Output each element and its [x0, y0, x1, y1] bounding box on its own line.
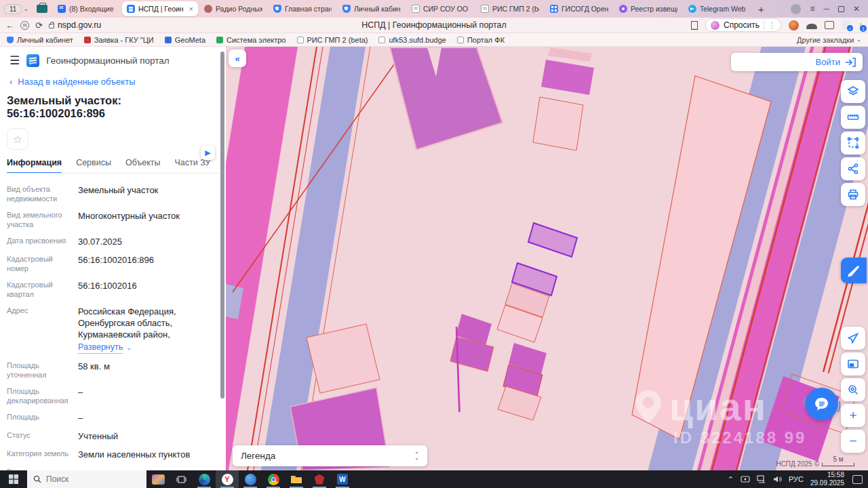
- tab-services[interactable]: Сервисы: [76, 158, 111, 167]
- scale-label: 5 м: [822, 455, 854, 463]
- field-row: Площадь декларированная–: [7, 386, 204, 405]
- close-tab-icon[interactable]: ×: [189, 5, 193, 13]
- bookmark-flag-icon[interactable]: [691, 21, 698, 30]
- network-icon[interactable]: [757, 475, 766, 483]
- back-to-results-link[interactable]: ‹ Назад в найденные объекты: [9, 77, 226, 87]
- taskbar-file-explorer[interactable]: [285, 470, 308, 488]
- ask-alice-button[interactable]: Спросить ⋮: [705, 18, 781, 32]
- zoom-in-button[interactable]: +: [841, 404, 865, 427]
- geometa-icon: [165, 37, 172, 43]
- windows-logo-icon: [9, 474, 18, 484]
- taskbar-search[interactable]: [27, 470, 146, 488]
- expand-address-link[interactable]: Развернуть ⌄: [78, 342, 186, 354]
- bookmark-ufk[interactable]: ufk53.sufd.budge: [378, 36, 446, 44]
- feedback-sticker-button[interactable]: [841, 258, 867, 283]
- taskbar-chrome[interactable]: [262, 470, 285, 488]
- nspd-doc-icon: [127, 5, 135, 13]
- map-attribution: НСПД 2025 ©: [776, 460, 819, 468]
- speaker-icon[interactable]: [773, 475, 782, 483]
- start-button[interactable]: [0, 470, 27, 488]
- other-bookmarks-button[interactable]: Другие закладки⌄: [797, 36, 861, 44]
- measure-button[interactable]: [841, 106, 865, 129]
- tab-information[interactable]: Информация: [7, 158, 62, 167]
- layers-button[interactable]: [841, 80, 865, 103]
- device-icon[interactable]: [741, 475, 750, 483]
- tab-count[interactable]: 11: [4, 4, 22, 14]
- portal-title: Геоинформационный портал: [46, 56, 169, 66]
- workspace-icon[interactable]: [37, 5, 47, 13]
- taskbar-yandex-browser[interactable]: Y: [216, 470, 239, 488]
- incognito-icon[interactable]: [806, 24, 817, 29]
- select-area-button[interactable]: [841, 131, 865, 155]
- yandex-browser-icon: Y: [222, 474, 233, 485]
- share-button[interactable]: [841, 157, 865, 180]
- chevron-down-icon: ⌄: [126, 342, 132, 354]
- minimize-button[interactable]: ─: [823, 5, 829, 13]
- bookmark-ris-gmp[interactable]: РИС ГМП 2 (beta): [297, 36, 368, 44]
- mini-map-button[interactable]: [841, 352, 865, 375]
- more-options-icon[interactable]: ⋮: [764, 21, 776, 30]
- tab-telegram[interactable]: Telegram Web: [684, 1, 751, 16]
- content: ☰ Геоинформационный портал ‹ Назад в най…: [0, 47, 868, 470]
- downloads-button[interactable]: ↓1: [859, 20, 863, 30]
- locate-me-button[interactable]: [841, 327, 865, 350]
- zoom-out-button[interactable]: −: [841, 430, 865, 453]
- extension-avatar-icon[interactable]: [789, 20, 799, 30]
- notification-center-icon[interactable]: [852, 475, 863, 484]
- search-coordinates-button[interactable]: [841, 378, 865, 401]
- expand-legend-icon[interactable]: ⌃⌄: [414, 453, 419, 460]
- protect-icon[interactable]: Я: [20, 21, 29, 30]
- tab-inbox[interactable]: (8) Входящие - П: [53, 1, 121, 16]
- bookmark-portal-fk[interactable]: Портал ФК: [457, 36, 505, 44]
- restore-button[interactable]: [838, 6, 844, 12]
- bookmark-sed[interactable]: Система электро: [216, 36, 285, 44]
- favorite-star-button[interactable]: ☆: [7, 128, 28, 150]
- tab-counter[interactable]: 11 ⌄: [4, 4, 28, 14]
- tab-sir-sou[interactable]: СИР СОУ ОО (С: [407, 1, 475, 16]
- back-icon[interactable]: ←: [5, 20, 14, 30]
- task-view-button[interactable]: [170, 470, 193, 488]
- profile-avatar[interactable]: [791, 4, 801, 14]
- bookmark-personal-cabinet[interactable]: Личный кабинет: [7, 36, 73, 44]
- taskbar-edge[interactable]: [193, 470, 216, 488]
- tab-gosuslugi-home[interactable]: Главная страниц: [269, 1, 336, 16]
- map-canvas[interactable]: циан ID 3224188 99 « Войти: [226, 47, 868, 470]
- tabs-scroll-right-button[interactable]: ▶: [201, 146, 215, 160]
- menu-icon[interactable]: ☰: [9, 54, 20, 68]
- taskbar-clock[interactable]: 15:58 29.09.2025: [810, 471, 844, 487]
- chrome-icon: [268, 474, 279, 485]
- taskbar-app-picture[interactable]: [146, 470, 170, 488]
- url-box[interactable]: nspd.gov.ru: [49, 20, 101, 30]
- tab-radio[interactable]: Радио Родных Д: [199, 1, 267, 16]
- taskbar-word[interactable]: W: [331, 470, 354, 488]
- taskbar-photos[interactable]: [239, 470, 262, 488]
- reload-icon[interactable]: ⟳: [35, 20, 43, 30]
- panel-scrollbar[interactable]: [220, 52, 224, 399]
- tab-personal-cabinet[interactable]: Личный кабинет: [338, 1, 406, 16]
- bookmark-zayavka[interactable]: Заявка - ГКУ "ЦИ: [84, 36, 154, 44]
- tray-expand-icon[interactable]: ⌃: [728, 475, 734, 484]
- language-indicator[interactable]: РУС: [789, 475, 804, 483]
- tab-reestr[interactable]: Реестр извещен: [614, 1, 682, 16]
- extension-check-icon[interactable]: [842, 20, 851, 30]
- browser-menu-icon[interactable]: ≡: [810, 5, 814, 13]
- tab-ris-gmp[interactable]: РИС ГМП 2 (bet: [476, 1, 544, 16]
- collapse-panel-button[interactable]: «: [229, 49, 246, 67]
- portal-logo-icon[interactable]: [26, 54, 39, 67]
- tab-nspd-active[interactable]: НСПД | Геоин×: [122, 1, 198, 16]
- chevron-down-icon[interactable]: ⌄: [23, 5, 28, 12]
- chat-support-button[interactable]: [806, 388, 838, 420]
- taskbar-crypto-app[interactable]: [308, 470, 331, 488]
- login-bar[interactable]: Войти: [731, 53, 863, 71]
- tab-objects[interactable]: Объекты: [125, 158, 161, 167]
- search-input[interactable]: [46, 474, 127, 484]
- url-text[interactable]: nspd.gov.ru: [58, 20, 101, 30]
- bookmark-geometa[interactable]: GeoMeta: [165, 36, 205, 44]
- print-button[interactable]: [841, 183, 865, 206]
- legend-bar[interactable]: Легенда ⌃⌄: [233, 445, 427, 466]
- new-tab-button[interactable]: +: [753, 3, 770, 15]
- split-view-icon[interactable]: [825, 21, 834, 29]
- field-row: Площадь–: [7, 412, 204, 424]
- tab-gisogd[interactable]: ГИСОГД Оренбу: [545, 1, 613, 16]
- close-window-button[interactable]: ✕: [853, 5, 860, 13]
